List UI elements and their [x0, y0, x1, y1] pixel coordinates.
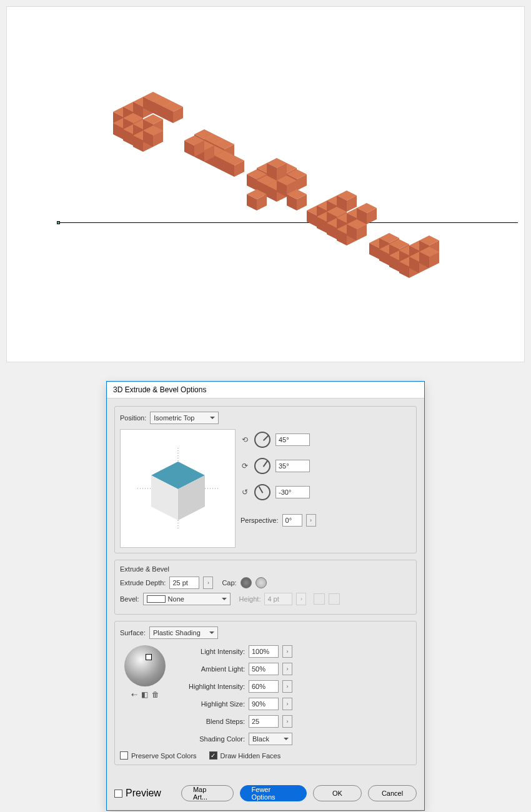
bevel-preview-icon: [147, 595, 166, 603]
rotate-y-knob[interactable]: [254, 458, 270, 474]
blend-steps-input[interactable]: 25: [249, 715, 279, 728]
cancel-button[interactable]: Cancel: [368, 785, 417, 801]
bevel-out-icon: [329, 593, 340, 605]
rotate-z-icon: ↺: [241, 488, 249, 497]
extrude-section-label: Extrude & Bevel: [120, 565, 411, 573]
position-label: Position:: [120, 414, 146, 422]
map-art-button[interactable]: Map Art...: [181, 785, 234, 801]
light-sphere[interactable]: [124, 645, 166, 686]
cap-off-icon[interactable]: [256, 577, 267, 588]
ok-button[interactable]: OK: [313, 785, 362, 801]
ambient-light-input[interactable]: 50%: [249, 663, 279, 675]
bevel-label: Bevel:: [120, 595, 139, 603]
pixel-text-3d: [101, 69, 450, 319]
surface-select[interactable]: Plastic Shading: [149, 626, 218, 639]
fewer-options-button[interactable]: Fewer Options: [240, 785, 307, 801]
ambient-light-label: Ambient Light:: [176, 665, 245, 673]
extrude-depth-input[interactable]: 25 pt: [169, 577, 199, 589]
light-intensity-input[interactable]: 100%: [249, 645, 279, 658]
dialog-footer: Preview Map Art... Fewer Options OK Canc…: [107, 779, 424, 810]
light-handle[interactable]: [146, 654, 152, 660]
perspective-input[interactable]: 0°: [282, 514, 302, 527]
bevel-height-input: 4 pt: [264, 593, 292, 605]
highlight-intensity-label: Highlight Intensity:: [176, 683, 245, 690]
rotate-x-icon: ⟲: [241, 435, 249, 444]
rotate-y-input[interactable]: 35°: [275, 460, 310, 472]
artboard: [6, 6, 525, 362]
perspective-label: Perspective:: [241, 517, 279, 524]
preview-checkbox[interactable]: Preview: [114, 788, 161, 799]
orientation-preview[interactable]: [120, 429, 236, 548]
new-light-icon[interactable]: ◧: [141, 690, 148, 699]
rotate-y-icon: ⟳: [241, 462, 249, 470]
highlight-intensity-step[interactable]: ›: [282, 680, 292, 693]
blend-steps-step[interactable]: ›: [282, 715, 292, 728]
draw-hidden-checkbox[interactable]: ✓Draw Hidden Faces: [209, 751, 281, 760]
rotate-z-knob[interactable]: [254, 484, 270, 500]
highlight-size-label: Highlight Size:: [176, 700, 245, 708]
move-light-back-icon[interactable]: ⇠: [131, 690, 137, 699]
position-select[interactable]: Isometric Top: [150, 412, 219, 424]
bevel-height-label: Height:: [239, 595, 261, 603]
dialog-3d-extrude-bevel: 3D Extrude & Bevel Options Position: Iso…: [106, 381, 425, 811]
highlight-size-step[interactable]: ›: [282, 698, 292, 710]
rotate-x-knob[interactable]: [254, 432, 270, 448]
shading-color-label: Shading Color:: [176, 735, 245, 743]
rotate-z-input[interactable]: -30°: [275, 486, 310, 498]
anchor-point[interactable]: [57, 221, 60, 224]
light-intensity-step[interactable]: ›: [282, 645, 292, 658]
extrude-depth-step[interactable]: ›: [203, 577, 213, 589]
cap-on-icon[interactable]: [241, 577, 252, 588]
surface-label: Surface:: [120, 629, 146, 636]
preserve-spot-checkbox[interactable]: Preserve Spot Colors: [120, 751, 197, 760]
shading-color-select[interactable]: Black: [249, 733, 292, 745]
rotate-x-input[interactable]: 45°: [275, 433, 310, 446]
delete-light-icon[interactable]: 🗑: [152, 690, 159, 699]
ambient-light-step[interactable]: ›: [282, 663, 292, 675]
extrude-depth-label: Extrude Depth:: [120, 579, 166, 587]
blend-steps-label: Blend Steps:: [176, 718, 245, 725]
light-intensity-label: Light Intensity:: [176, 648, 245, 655]
extrude-group: Extrude & Bevel Extrude Depth: 25 pt › C…: [114, 560, 417, 615]
perspective-step[interactable]: ›: [306, 514, 316, 527]
cap-label: Cap:: [222, 579, 236, 587]
bevel-select[interactable]: None: [143, 593, 231, 605]
highlight-intensity-input[interactable]: 60%: [249, 680, 279, 693]
position-group: Position: Isometric Top ⟲: [114, 406, 417, 553]
bevel-in-icon: [314, 593, 325, 605]
surface-group: Surface: Plastic Shading ⇠ ◧ 🗑 Light Int…: [114, 621, 417, 765]
highlight-size-input[interactable]: 90%: [249, 698, 279, 710]
dialog-title[interactable]: 3D Extrude & Bevel Options: [107, 382, 424, 399]
bevel-height-step: ›: [296, 593, 306, 605]
